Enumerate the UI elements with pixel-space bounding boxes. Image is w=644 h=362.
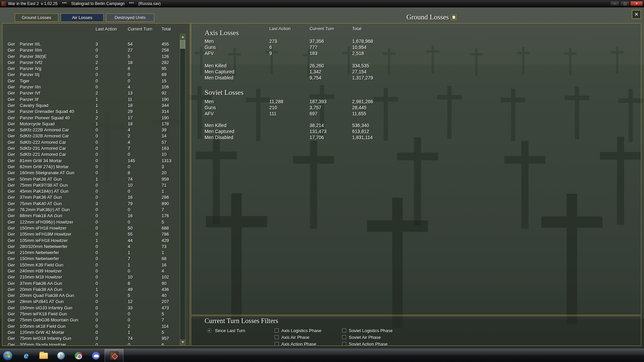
phase-filter[interactable]: Soviet Logistics Phase bbox=[342, 327, 393, 334]
row-total: 1,678,968 bbox=[352, 38, 373, 44]
discord-icon[interactable] bbox=[87, 349, 105, 362]
cell-nationality: Ger bbox=[8, 305, 15, 311]
cell-equipment: 75mm leFK18 Field Gun bbox=[20, 311, 67, 317]
tab-destroyed-units[interactable]: Destroyed Units bbox=[106, 13, 154, 22]
close-screen-button[interactable]: ✕ bbox=[632, 10, 641, 19]
cell-last-action: 0 bbox=[96, 336, 98, 342]
cell-nationality: Ger bbox=[8, 97, 15, 103]
table-scrollbar[interactable] bbox=[180, 34, 185, 345]
loss-table-row: Ger 210mm M18 Howitzer 0 10 102 bbox=[2, 274, 182, 280]
loss-table-row: Ger 50mm PaK38 AT Gun 1 74 959 bbox=[2, 176, 182, 182]
row-total: 10,954 bbox=[352, 44, 367, 50]
phase-filter[interactable]: Axis Logistics Phase bbox=[275, 327, 321, 334]
soviet-losses-rows: Men 11,288 187,393 2,981,266 Guns 210 3,… bbox=[191, 99, 440, 117]
loss-table-row: Ger 37mm Flak36 AA Gun 0 6 90 bbox=[2, 281, 182, 287]
cell-current-turn: 29 bbox=[128, 109, 132, 115]
cell-nationality: Ger bbox=[8, 152, 15, 158]
loss-table-body: Ger Panzer IIIL 3 54 455 Ger Panzer IIIm… bbox=[2, 41, 182, 345]
row-label: Men bbox=[205, 99, 214, 105]
cell-equipment: Panzer IIf bbox=[20, 97, 39, 103]
cell-current-turn: 5 bbox=[128, 54, 130, 60]
tab-label: Destroyed Units bbox=[115, 15, 146, 20]
loss-table-row: Ger Panzer IIIn 0 4 106 bbox=[2, 84, 182, 90]
cell-nationality: Ger bbox=[8, 176, 15, 182]
media-player-icon[interactable] bbox=[52, 349, 70, 362]
cell-nationality: Ger bbox=[8, 72, 15, 78]
cell-equipment: 150mm sIG33 Infantry Gun bbox=[20, 305, 72, 311]
tab-ground-losses[interactable]: Ground Losses bbox=[15, 13, 58, 22]
phase-filter[interactable]: Soviet Air Phase bbox=[342, 334, 393, 341]
cell-last-action: 0 bbox=[96, 170, 98, 176]
cell-total: 40 bbox=[162, 293, 166, 299]
cell-nationality: Ger bbox=[8, 336, 15, 342]
cell-last-action: 0 bbox=[96, 47, 98, 53]
cell-last-action: 1 bbox=[96, 97, 98, 103]
tab-air-losses[interactable]: Air Losses bbox=[61, 13, 104, 22]
cell-current-turn: 74 bbox=[128, 336, 132, 342]
cell-current-turn: 5 bbox=[128, 293, 130, 299]
axis-losses-rows: Men 273 37,356 1,678,968 Guns 6 777 10,9… bbox=[191, 38, 440, 56]
maximize-button[interactable]: ▢ bbox=[620, 1, 630, 6]
row-total: 536,340 bbox=[352, 122, 369, 128]
cell-total: 1 bbox=[162, 188, 164, 194]
cell-current-turn: 1 bbox=[128, 250, 130, 256]
row-total: 1,831,114 bbox=[352, 134, 373, 140]
cell-equipment: 150mm sFH18 Howitzer bbox=[20, 225, 66, 231]
losses-detail-icon[interactable] bbox=[451, 14, 457, 20]
checkbox-icon[interactable] bbox=[275, 342, 279, 346]
cell-current-turn: 10 bbox=[128, 274, 132, 280]
loss-table-row: Ger 81mm GrW 34 Mortar 0 145 1313 bbox=[2, 158, 182, 164]
summary-row: AFV 9 183 2,518 bbox=[191, 50, 440, 56]
scroll-down-button[interactable] bbox=[180, 340, 185, 345]
cell-total: 786 bbox=[162, 231, 169, 237]
checkbox-label: Axis Air Phase bbox=[281, 335, 310, 340]
cell-last-action: 0 bbox=[96, 78, 98, 84]
phase-filter[interactable]: Soviet Action Phase bbox=[342, 341, 393, 347]
checkbox-icon[interactable] bbox=[275, 328, 279, 333]
loss-table-row: Ger Panzer Pioneer Squad 40 2 17 190 bbox=[2, 115, 182, 121]
cell-total: 90 bbox=[162, 281, 166, 287]
row-label: AFV bbox=[205, 50, 214, 56]
row-current-turn: 1,342 bbox=[310, 69, 321, 75]
checkbox-label: Axis Action Phase bbox=[281, 342, 316, 347]
cell-last-action: 1 bbox=[96, 238, 98, 244]
loss-table-row: Ger 105mm sK18 Field Gun 0 2 114 bbox=[2, 323, 182, 329]
loss-table-row: Ger 210mm Nebelwerfer 0 1 1 bbox=[2, 250, 182, 256]
tab-label: Ground Losses bbox=[22, 15, 51, 20]
radio-selected-icon[interactable] bbox=[207, 328, 211, 333]
cell-current-turn: 18 bbox=[128, 103, 132, 109]
row-current-turn: 183 bbox=[310, 50, 317, 56]
loss-table-row: Ger Panzer 38(t)E 0 5 126 bbox=[2, 54, 182, 60]
cell-nationality: Ger bbox=[8, 84, 15, 90]
cell-current-turn: 4 bbox=[128, 84, 130, 90]
windows-explorer-icon[interactable] bbox=[35, 349, 52, 362]
cell-last-action: 0 bbox=[96, 250, 98, 256]
wite2-taskbar-button[interactable] bbox=[105, 349, 123, 362]
cell-current-turn: 4 bbox=[128, 127, 130, 133]
cell-equipment: 82mm GrW 274(r) Mortar bbox=[20, 164, 69, 170]
close-window-button[interactable]: ✕ bbox=[630, 1, 643, 6]
checkbox-icon[interactable] bbox=[342, 328, 346, 333]
scrollbar-thumb[interactable] bbox=[180, 40, 185, 49]
checkbox-icon[interactable] bbox=[342, 342, 346, 346]
checkbox-icon[interactable] bbox=[275, 335, 279, 339]
phase-filter[interactable]: Axis Action Phase bbox=[275, 341, 321, 347]
chrome-icon[interactable] bbox=[70, 349, 87, 362]
cell-total: 3 bbox=[162, 164, 164, 170]
cell-last-action: 0 bbox=[96, 139, 98, 145]
checkbox-icon[interactable] bbox=[342, 335, 346, 339]
start-button[interactable] bbox=[3, 351, 13, 361]
internet-explorer-icon[interactable]: e bbox=[17, 349, 35, 362]
cell-current-turn: 6 bbox=[128, 281, 130, 287]
cell-total: 92 bbox=[162, 90, 166, 96]
loss-table-row: Ger Panzer IVf2 2 18 282 bbox=[2, 60, 182, 66]
scroll-up-button[interactable] bbox=[180, 34, 185, 40]
loss-table-row: Ger 75mm leFK18 Field Gun 0 0 5 bbox=[2, 311, 182, 317]
col-total: Total bbox=[162, 26, 171, 32]
cell-nationality: Ger bbox=[8, 78, 15, 84]
phase-filter[interactable]: Axis Air Phase bbox=[275, 334, 321, 341]
row-total: 2,518 bbox=[352, 50, 364, 56]
minimize-button[interactable]: — bbox=[610, 1, 620, 6]
row-current-turn: 37,356 bbox=[310, 38, 324, 44]
since-last-turn-filter[interactable]: Since Last Turn bbox=[207, 327, 245, 334]
